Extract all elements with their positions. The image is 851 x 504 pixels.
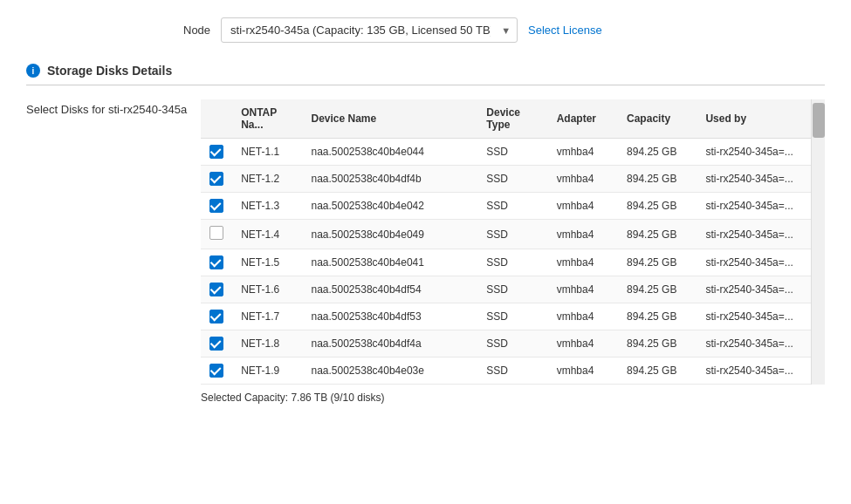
- table-row: NET-1.7naa.5002538c40b4df53SSDvmhba4894.…: [201, 303, 811, 330]
- table-row: NET-1.9naa.5002538c40b4e03eSSDvmhba4894.…: [201, 358, 811, 385]
- ontap-name-9: NET-1.9: [232, 358, 302, 385]
- select-disks-label: Select Disks for sti-rx2540-345a: [26, 99, 201, 385]
- device-name-1: naa.5002538c40b4e044: [302, 139, 477, 166]
- capacity-9: 894.25 GB: [618, 358, 697, 385]
- disk-table: ONTAP Na... Device Name Device Type Adap…: [201, 99, 811, 385]
- capacity-2: 894.25 GB: [618, 166, 697, 193]
- footer-capacity: Selected Capacity: 7.86 TB (9/10 disks): [26, 392, 825, 404]
- col-header-check: [201, 99, 232, 139]
- disk-checkbox-3[interactable]: [209, 199, 223, 213]
- ontap-name-7: NET-1.7: [232, 303, 302, 330]
- section-header: i Storage Disks Details: [26, 64, 825, 85]
- ontap-name-4: NET-1.4: [232, 220, 302, 249]
- device-name-4: naa.5002538c40b4e049: [302, 220, 477, 249]
- used-by-3: sti-rx2540-345a=...: [697, 193, 811, 220]
- table-row: NET-1.1naa.5002538c40b4e044SSDvmhba4894.…: [201, 139, 811, 166]
- device-name-8: naa.5002538c40b4df4a: [302, 330, 477, 358]
- scrollbar-thumb[interactable]: [813, 103, 825, 138]
- table-row: NET-1.2naa.5002538c40b4df4bSSDvmhba4894.…: [201, 166, 811, 193]
- device-type-9: SSD: [477, 358, 547, 385]
- used-by-9: sti-rx2540-345a=...: [697, 358, 811, 385]
- device-type-1: SSD: [477, 139, 547, 166]
- capacity-8: 894.25 GB: [618, 330, 697, 358]
- capacity-3: 894.25 GB: [618, 193, 697, 220]
- device-type-8: SSD: [477, 330, 547, 358]
- select-license-link[interactable]: Select License: [528, 24, 602, 37]
- node-select[interactable]: sti-rx2540-345a (Capacity: 135 GB, Licen…: [221, 17, 518, 43]
- used-by-8: sti-rx2540-345a=...: [697, 330, 811, 358]
- table-header-row: ONTAP Na... Device Name Device Type Adap…: [201, 99, 811, 139]
- table-row: NET-1.3naa.5002538c40b4e042SSDvmhba4894.…: [201, 193, 811, 220]
- used-by-4: sti-rx2540-345a=...: [697, 220, 811, 249]
- device-name-3: naa.5002538c40b4e042: [302, 193, 477, 220]
- device-type-6: SSD: [477, 276, 547, 303]
- device-type-7: SSD: [477, 303, 547, 330]
- used-by-7: sti-rx2540-345a=...: [697, 303, 811, 330]
- adapter-9: vmhba4: [548, 358, 618, 385]
- disk-checkbox-7[interactable]: [209, 310, 223, 324]
- ontap-name-3: NET-1.3: [232, 193, 302, 220]
- table-row: NET-1.4naa.5002538c40b4e049SSDvmhba4894.…: [201, 220, 811, 249]
- device-name-5: naa.5002538c40b4e041: [302, 249, 477, 276]
- used-by-2: sti-rx2540-345a=...: [697, 166, 811, 193]
- used-by-5: sti-rx2540-345a=...: [697, 249, 811, 276]
- ontap-name-6: NET-1.6: [232, 276, 302, 303]
- disk-checkbox-9[interactable]: [209, 364, 223, 378]
- adapter-8: vmhba4: [548, 330, 618, 358]
- capacity-5: 894.25 GB: [618, 249, 697, 276]
- used-by-6: sti-rx2540-345a=...: [697, 276, 811, 303]
- disk-table-wrapper: ONTAP Na... Device Name Device Type Adap…: [201, 99, 825, 385]
- disk-checkbox-6[interactable]: [209, 283, 223, 296]
- ontap-name-2: NET-1.2: [232, 166, 302, 193]
- disk-checkbox-8[interactable]: [209, 337, 223, 351]
- device-name-2: naa.5002538c40b4df4b: [302, 166, 477, 193]
- table-row: NET-1.8naa.5002538c40b4df4aSSDvmhba4894.…: [201, 330, 811, 358]
- adapter-2: vmhba4: [548, 166, 618, 193]
- content-area: Select Disks for sti-rx2540-345a ONTAP N…: [26, 99, 825, 385]
- adapter-4: vmhba4: [548, 220, 618, 249]
- capacity-6: 894.25 GB: [618, 276, 697, 303]
- used-by-1: sti-rx2540-345a=...: [697, 139, 811, 166]
- section-title: Storage Disks Details: [47, 64, 172, 78]
- scrollbar[interactable]: [811, 99, 825, 385]
- device-type-3: SSD: [477, 193, 547, 220]
- col-header-adapter: Adapter: [548, 99, 618, 139]
- device-type-4: SSD: [477, 220, 547, 249]
- device-type-5: SSD: [477, 249, 547, 276]
- capacity-7: 894.25 GB: [618, 303, 697, 330]
- adapter-7: vmhba4: [548, 303, 618, 330]
- device-name-6: naa.5002538c40b4df54: [302, 276, 477, 303]
- col-header-type: Device Type: [477, 99, 547, 139]
- node-select-wrapper: sti-rx2540-345a (Capacity: 135 GB, Licen…: [221, 17, 518, 43]
- adapter-1: vmhba4: [548, 139, 618, 166]
- table-row: NET-1.5naa.5002538c40b4e041SSDvmhba4894.…: [201, 249, 811, 276]
- device-name-9: naa.5002538c40b4e03e: [302, 358, 477, 385]
- device-type-2: SSD: [477, 166, 547, 193]
- disk-checkbox-2[interactable]: [209, 172, 223, 186]
- ontap-name-1: NET-1.1: [232, 139, 302, 166]
- adapter-5: vmhba4: [548, 249, 618, 276]
- capacity-1: 894.25 GB: [618, 139, 697, 166]
- info-icon: i: [26, 64, 40, 78]
- col-header-usedby: Used by: [697, 99, 811, 139]
- device-name-7: naa.5002538c40b4df53: [302, 303, 477, 330]
- table-row: NET-1.6naa.5002538c40b4df54SSDvmhba4894.…: [201, 276, 811, 303]
- node-label: Node: [183, 24, 210, 37]
- ontap-name-5: NET-1.5: [232, 249, 302, 276]
- adapter-3: vmhba4: [548, 193, 618, 220]
- col-header-device: Device Name: [302, 99, 477, 139]
- table-main: ONTAP Na... Device Name Device Type Adap…: [201, 99, 811, 385]
- disk-checkbox-4[interactable]: [209, 226, 223, 240]
- disk-checkbox-1[interactable]: [209, 145, 223, 159]
- col-header-ontap: ONTAP Na...: [232, 99, 302, 139]
- disk-checkbox-5[interactable]: [209, 255, 223, 269]
- adapter-6: vmhba4: [548, 276, 618, 303]
- ontap-name-8: NET-1.8: [232, 330, 302, 358]
- capacity-4: 894.25 GB: [618, 220, 697, 249]
- col-header-capacity: Capacity: [618, 99, 697, 139]
